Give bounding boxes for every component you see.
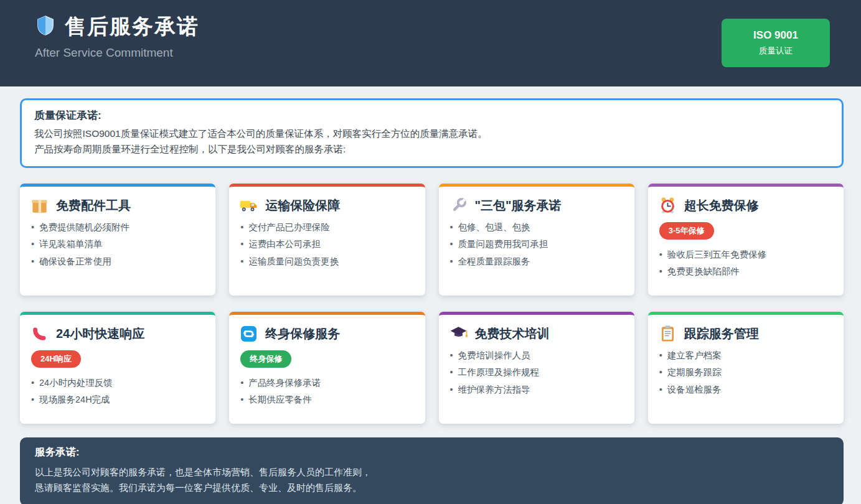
page-header: 售后服务承诺 After Service Commitment ISO 9001… xyxy=(0,0,861,86)
card-list-item: 详见装箱单清单 xyxy=(30,238,205,251)
cards-grid: 免费配件工具 免费提供随机必须附件详见装箱单清单确保设备正常使用 运输保险保障 … xyxy=(20,184,844,424)
card-list-item: 全程质量跟踪服务 xyxy=(449,256,624,268)
card-title: 免费技术培训 xyxy=(475,325,550,342)
card-list-item: 设备巡检服务 xyxy=(658,384,834,396)
iso-badge-line1: ISO 9001 xyxy=(753,29,798,42)
service-card: 超长免费保修 3-5年保修 验收后三到五年免费保修免费更换缺陷部件 xyxy=(648,184,844,296)
card-list-item: 建立客户档案 xyxy=(658,350,834,362)
card-list-item: 包修、包退、包换 xyxy=(449,222,624,234)
card-list-item: 验收后三到五年免费保修 xyxy=(658,249,834,261)
graduation-cap-icon xyxy=(449,324,468,343)
card-title: "三包"服务承诺 xyxy=(475,197,562,214)
card-title: 超长免费保修 xyxy=(684,197,759,214)
card-list-item: 交付产品已办理保险 xyxy=(239,222,415,234)
card-list: 交付产品已办理保险运费由本公司承担运输质量问题负责更换 xyxy=(239,222,415,268)
quality-box-title: 质量保证承诺: xyxy=(34,108,829,123)
service-commitment-footer: 服务承诺: 以上是我公司对顾客的服务承诺，也是全体市场营销、售后服务人员的工作准… xyxy=(20,437,844,504)
card-title: 24小时快速响应 xyxy=(56,325,144,342)
card-list-item: 确保设备正常使用 xyxy=(30,256,205,268)
card-list: 24小时内处理反馈现场服务24H完成 xyxy=(30,377,205,406)
iso-badge: ISO 9001 质量认证 xyxy=(722,19,830,67)
card-list-item: 运费由本公司承担 xyxy=(239,238,415,251)
footer-title: 服务承诺: xyxy=(35,446,829,459)
card-title: 免费配件工具 xyxy=(56,197,131,214)
service-card: 终身保修服务 终身保修 产品终身保修承诺长期供应零备件 xyxy=(229,312,425,424)
card-badge: 3-5年保修 xyxy=(659,222,714,240)
card-list: 免费培训操作人员工作原理及操作规程维护保养方法指导 xyxy=(449,350,624,396)
package-icon xyxy=(30,196,49,215)
service-card: 跟踪服务管理 建立客户档案定期服务跟踪设备巡检服务 xyxy=(648,312,844,424)
quality-box-line: 产品按寿命周期质量环进行全过程控制，以下是我公司对顾客的服务承诺: xyxy=(34,142,829,157)
card-list-item: 产品终身保修承诺 xyxy=(239,377,415,390)
alarm-clock-icon xyxy=(658,196,677,215)
card-list: 产品终身保修承诺长期供应零备件 xyxy=(239,377,415,406)
quality-guarantee-box: 质量保证承诺: 我公司按照ISO9001质量保证模式建立了适合本公司的质量保证体… xyxy=(20,98,844,168)
card-list: 验收后三到五年免费保修免费更换缺陷部件 xyxy=(658,249,834,278)
service-card: 免费技术培训 免费培训操作人员工作原理及操作规程维护保养方法指导 xyxy=(439,312,634,424)
card-list: 免费提供随机必须附件详见装箱单清单确保设备正常使用 xyxy=(30,222,205,268)
main-content: 质量保证承诺: 我公司按照ISO9001质量保证模式建立了适合本公司的质量保证体… xyxy=(0,86,861,504)
service-card: 免费配件工具 免费提供随机必须附件详见装箱单清单确保设备正常使用 xyxy=(20,184,215,296)
card-list-item: 运输质量问题负责更换 xyxy=(239,256,415,268)
page-title: 售后服务承诺 xyxy=(65,12,199,41)
footer-line: 以上是我公司对顾客的服务承诺，也是全体市场营销、售后服务人员的工作准则， xyxy=(35,464,829,480)
card-list-item: 24小时内处理反馈 xyxy=(30,377,205,390)
card-list: 建立客户档案定期服务跟踪设备巡检服务 xyxy=(658,350,834,396)
wrench-icon xyxy=(449,196,468,215)
clipboard-icon xyxy=(658,324,677,343)
card-list-item: 定期服务跟踪 xyxy=(658,366,834,379)
card-list: 包修、包退、包换质量问题费用我司承担全程质量跟踪服务 xyxy=(449,222,624,268)
card-title: 跟踪服务管理 xyxy=(684,325,759,342)
footer-line: 恳请顾客监督实施。我们承诺为每一位客户提供优质、专业、及时的售后服务。 xyxy=(35,480,829,496)
service-card: 运输保险保障 交付产品已办理保险运费由本公司承担运输质量问题负责更换 xyxy=(229,184,425,296)
card-list-item: 免费提供随机必须附件 xyxy=(30,222,205,234)
card-list-item: 维护保养方法指导 xyxy=(449,384,624,396)
card-list-item: 工作原理及操作规程 xyxy=(449,366,624,379)
card-list-item: 免费培训操作人员 xyxy=(449,350,624,362)
refresh-icon xyxy=(239,324,258,343)
shield-icon xyxy=(35,14,56,40)
service-card: 24小时快速响应 24H响应 24小时内处理反馈现场服务24H完成 xyxy=(20,312,215,424)
truck-icon xyxy=(239,196,258,215)
iso-badge-line2: 质量认证 xyxy=(759,45,793,57)
card-list-item: 现场服务24H完成 xyxy=(30,394,205,406)
card-badge: 24H响应 xyxy=(31,350,81,368)
card-title: 终身保修服务 xyxy=(265,325,340,342)
card-list-item: 长期供应零备件 xyxy=(239,394,415,406)
quality-box-line: 我公司按照ISO9001质量保证模式建立了适合本公司的质量保证体系，对顾客实行全… xyxy=(34,126,829,142)
phone-icon xyxy=(30,324,49,343)
service-card: "三包"服务承诺 包修、包退、包换质量问题费用我司承担全程质量跟踪服务 xyxy=(439,184,634,296)
card-badge: 终身保修 xyxy=(240,350,291,368)
card-title: 运输保险保障 xyxy=(265,197,340,214)
card-list-item: 免费更换缺陷部件 xyxy=(658,266,834,278)
card-list-item: 质量问题费用我司承担 xyxy=(449,238,624,251)
